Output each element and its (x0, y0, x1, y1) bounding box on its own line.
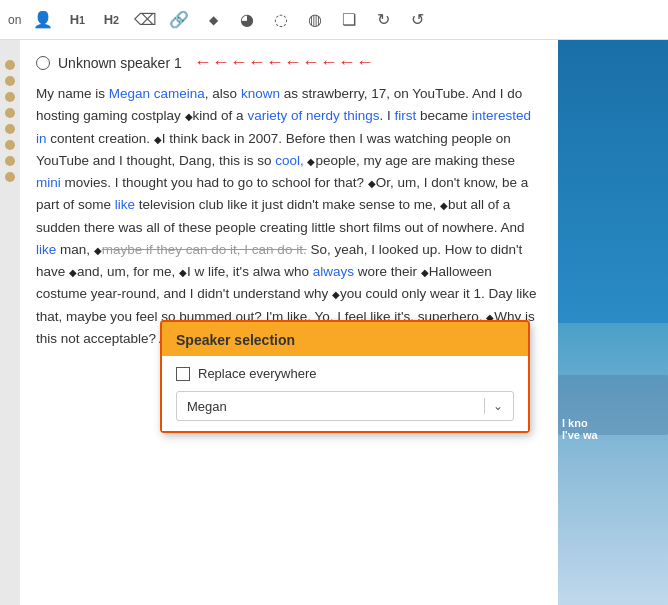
redo-icon[interactable]: ↺ (405, 8, 429, 32)
link-icon[interactable]: 🔗 (167, 8, 191, 32)
toolbar: on 👤 H1 H2 ⌫ 🔗 ◆ ◕ ◌ ◍ ❏ ↻ ↺ (0, 0, 668, 40)
h1-icon[interactable]: H1 (65, 8, 89, 32)
diamond-icon: ◆ (332, 289, 340, 300)
speaker-header: Unknown speaker 1 ←←←←←←←←←← (36, 52, 542, 73)
diamond-icon: ◆ (307, 156, 315, 167)
sidebar-dot (5, 156, 15, 166)
content-area: Unknown speaker 1 ←←←←←←←←←← My name is … (20, 40, 558, 605)
transcript-word: in (36, 131, 47, 146)
speaker-radio[interactable] (36, 56, 50, 70)
transcript-word: like (115, 197, 135, 212)
transcript-text: My name is Megan cameina, also known as … (36, 83, 542, 350)
sidebar-dot (5, 108, 15, 118)
transcript-word: known (241, 86, 280, 101)
replace-everywhere-checkbox[interactable] (176, 367, 190, 381)
transcript-word: cool, (275, 153, 304, 168)
transcript-highlighted: Megan cameina (109, 86, 205, 101)
loop2-icon[interactable]: ◍ (303, 8, 327, 32)
transcript-word: first (395, 108, 417, 123)
sidebar-dot (5, 140, 15, 150)
replace-everywhere-label: Replace everywhere (198, 366, 317, 381)
diamond-icon: ◆ (440, 200, 448, 211)
speaker-name: Unknown speaker 1 (58, 55, 182, 71)
transcript-word: interested (472, 108, 531, 123)
right-panel-image: I kno I've wa (558, 40, 668, 605)
on-label: on (8, 13, 21, 27)
eraser-icon[interactable]: ⌫ (133, 8, 157, 32)
popup-body: Replace everywhere Megan ⌄ (162, 356, 528, 431)
person-icon[interactable]: 👤 (31, 8, 55, 32)
right-panel-line2: I've wa (562, 429, 664, 441)
sidebar-dot (5, 60, 15, 70)
transcript-word: mini (36, 175, 61, 190)
loop-icon[interactable]: ◌ (269, 8, 293, 32)
replace-everywhere-row: Replace everywhere (176, 366, 514, 381)
sidebar-dot (5, 76, 15, 86)
diamond-icon: ◆ (69, 267, 77, 278)
sidebar-dot (5, 172, 15, 182)
copy-icon[interactable]: ❏ (337, 8, 361, 32)
right-panel-caption: I kno I've wa (558, 413, 668, 445)
h2-icon[interactable]: H2 (99, 8, 123, 32)
diamond-icon: ◆ (368, 178, 376, 189)
right-panel: I kno I've wa (558, 40, 668, 605)
diamond-icon[interactable]: ◆ (201, 8, 225, 32)
diamond-icon: ◆ (421, 267, 429, 278)
speaker-arrow: ←←←←←←←←←← (194, 52, 374, 73)
transcript-word: always (313, 264, 354, 279)
diamond-icon: ◆ (185, 111, 193, 122)
transcript-segment: kind of a (193, 108, 244, 123)
sidebar-dot (5, 124, 15, 134)
speaker-selection-popup: Speaker selection Replace everywhere Meg… (160, 320, 530, 433)
clock-icon[interactable]: ◕ (235, 8, 259, 32)
diamond-icon: ◆ (179, 267, 187, 278)
selected-speaker-value: Megan (187, 399, 476, 414)
popup-header: Speaker selection (162, 322, 528, 356)
left-sidebar (0, 40, 20, 605)
speaker-select-row[interactable]: Megan ⌄ (176, 391, 514, 421)
undo-icon[interactable]: ↻ (371, 8, 395, 32)
select-divider (484, 398, 485, 414)
chevron-down-icon[interactable]: ⌄ (493, 399, 503, 413)
main-layout: Unknown speaker 1 ←←←←←←←←←← My name is … (0, 40, 668, 605)
diamond-icon: ◆ (154, 134, 162, 145)
popup-title: Speaker selection (176, 332, 295, 348)
diamond-icon: ◆ (94, 245, 102, 256)
sidebar-dot (5, 92, 15, 102)
transcript-word: like (36, 242, 56, 257)
right-panel-line1: I kno (562, 417, 664, 429)
transcript-word: variety of nerdy things (247, 108, 379, 123)
